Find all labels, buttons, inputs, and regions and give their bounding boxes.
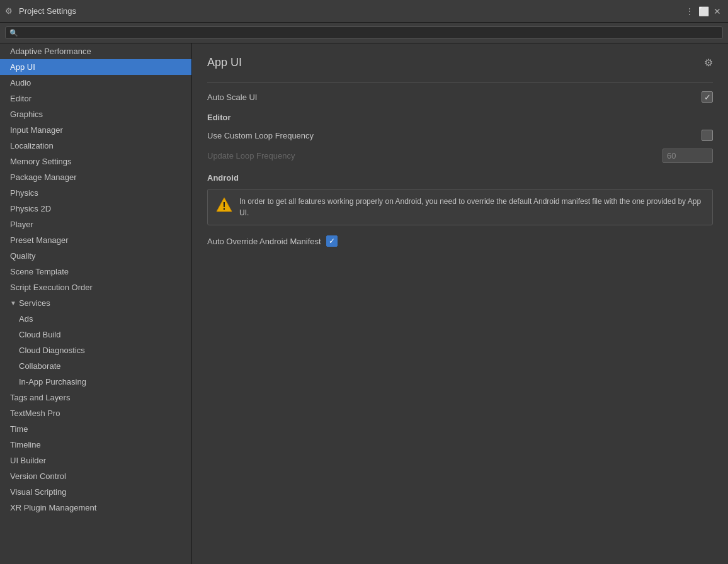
sidebar-item-label: Version Control <box>10 471 66 481</box>
sidebar-item-app-ui[interactable]: App UI <box>0 59 191 75</box>
menu-button[interactable]: ⋮ <box>684 6 695 17</box>
content-title: App UI <box>207 56 242 69</box>
sidebar-item-scene-template[interactable]: Scene Template <box>0 264 191 279</box>
sidebar-item-label: Adaptive Performance <box>10 47 91 56</box>
sidebar-item-ads[interactable]: Ads <box>0 311 191 327</box>
use-custom-loop-row: Use Custom Loop Frequency <box>207 126 713 145</box>
auto-override-checkbox[interactable] <box>326 235 338 247</box>
sidebar-item-label: Scene Template <box>10 267 69 276</box>
auto-override-label: Auto Override Android Manifest <box>207 237 321 246</box>
sidebar-item-label: Memory Settings <box>10 157 72 166</box>
title-bar-left: ⚙ Project Settings <box>5 6 76 16</box>
restore-button[interactable]: ⬜ <box>698 6 709 17</box>
update-loop-row: Update Loop Frequency <box>207 145 713 167</box>
sidebar-item-version-control[interactable]: Version Control <box>0 468 191 484</box>
title-bar-controls: ⋮ ⬜ ✕ <box>684 6 723 17</box>
sidebar-item-ui-builder[interactable]: UI Builder <box>0 453 191 468</box>
sidebar-item-cloud-build[interactable]: Cloud Build <box>0 327 191 342</box>
sidebar-item-services[interactable]: ▼Services <box>0 295 191 311</box>
use-custom-loop-label: Use Custom Loop Frequency <box>207 131 694 140</box>
close-button[interactable]: ✕ <box>712 6 723 17</box>
title-bar-title: Project Settings <box>19 6 76 16</box>
sidebar-item-adaptive-performance[interactable]: Adaptive Performance <box>0 43 191 59</box>
sidebar-item-player[interactable]: Player <box>0 217 191 232</box>
sidebar-item-time[interactable]: Time <box>0 421 191 437</box>
android-section-heading: Android <box>207 173 713 183</box>
sidebar-item-xr-plugin-management[interactable]: XR Plugin Management <box>0 500 191 516</box>
content-area: App UI ⚙ Auto Scale UI Editor Use Custom… <box>192 43 728 564</box>
sidebar-item-visual-scripting[interactable]: Visual Scripting <box>0 484 191 500</box>
sidebar-item-audio[interactable]: Audio <box>0 75 191 91</box>
triangle-icon: ▼ <box>10 300 16 307</box>
divider-1 <box>207 82 713 82</box>
sidebar-item-in-app-purchasing[interactable]: In-App Purchasing <box>0 374 191 390</box>
sidebar-item-label: Services <box>19 298 50 308</box>
sidebar-item-label: Visual Scripting <box>10 487 66 497</box>
sidebar-item-collaborate[interactable]: Collaborate <box>0 358 191 374</box>
sidebar-item-tags-and-layers[interactable]: Tags and Layers <box>0 390 191 405</box>
search-input[interactable] <box>21 28 719 37</box>
search-icon: 🔍 <box>9 29 18 37</box>
sidebar-item-label: Input Manager <box>10 125 63 135</box>
sidebar-item-label: Tags and Layers <box>10 393 70 402</box>
sidebar-item-label: Script Execution Order <box>10 283 93 292</box>
sidebar-item-label: Audio <box>10 78 31 87</box>
search-input-wrap: 🔍 <box>5 26 723 39</box>
settings-gear-button[interactable]: ⚙ <box>704 57 713 69</box>
auto-scale-ui-row: Auto Scale UI <box>207 87 713 106</box>
title-bar: ⚙ Project Settings ⋮ ⬜ ✕ <box>0 0 728 23</box>
sidebar-item-label: Graphics <box>10 110 43 119</box>
content-header: App UI ⚙ <box>207 56 713 69</box>
sidebar-item-preset-manager[interactable]: Preset Manager <box>0 232 191 248</box>
main-layout: Adaptive PerformanceApp UIAudioEditorGra… <box>0 43 728 564</box>
sidebar-item-timeline[interactable]: Timeline <box>0 437 191 453</box>
sidebar-item-label: Cloud Build <box>19 330 61 339</box>
sidebar-item-label: TextMesh Pro <box>10 409 60 418</box>
sidebar-item-textmesh-pro[interactable]: TextMesh Pro <box>0 405 191 421</box>
sidebar-item-quality[interactable]: Quality <box>0 248 191 264</box>
sidebar-item-script-execution-order[interactable]: Script Execution Order <box>0 279 191 295</box>
sidebar-item-label: Cloud Diagnostics <box>19 346 85 355</box>
sidebar-item-label: Physics 2D <box>10 204 51 213</box>
sidebar-item-label: App UI <box>10 62 35 72</box>
sidebar-item-physics-2d[interactable]: Physics 2D <box>0 201 191 217</box>
search-bar: 🔍 <box>0 23 728 43</box>
android-warning-text: In order to get all features working pro… <box>239 196 705 218</box>
editor-section-heading: Editor <box>207 113 713 122</box>
sidebar-item-input-manager[interactable]: Input Manager <box>0 122 191 138</box>
gear-icon: ⚙ <box>5 6 15 16</box>
warning-triangle-icon: ! <box>215 196 233 213</box>
sidebar-item-editor[interactable]: Editor <box>0 91 191 106</box>
sidebar-item-label: Timeline <box>10 440 41 449</box>
android-warning-box: ! In order to get all features working p… <box>207 189 713 225</box>
sidebar-item-label: Localization <box>10 141 54 150</box>
sidebar-item-label: In-App Purchasing <box>19 377 86 386</box>
sidebar-item-memory-settings[interactable]: Memory Settings <box>0 154 191 169</box>
auto-scale-ui-checkbox[interactable] <box>702 91 713 103</box>
sidebar-item-label: Collaborate <box>19 361 61 371</box>
sidebar-item-physics[interactable]: Physics <box>0 185 191 201</box>
sidebar-item-label: Physics <box>10 188 38 198</box>
sidebar-item-label: Time <box>10 424 28 434</box>
sidebar-item-label: Player <box>10 220 33 229</box>
sidebar-item-label: UI Builder <box>10 456 46 465</box>
svg-text:!: ! <box>222 201 225 212</box>
sidebar-item-label: XR Plugin Management <box>10 503 96 512</box>
sidebar-item-cloud-diagnostics[interactable]: Cloud Diagnostics <box>0 342 191 358</box>
auto-scale-ui-label: Auto Scale UI <box>207 93 694 102</box>
update-loop-label: Update Loop Frequency <box>207 151 655 161</box>
sidebar-item-label: Ads <box>19 314 33 324</box>
sidebar-item-label: Preset Manager <box>10 235 69 245</box>
sidebar-item-label: Quality <box>10 251 35 261</box>
use-custom-loop-checkbox[interactable] <box>702 130 713 141</box>
sidebar-item-package-manager[interactable]: Package Manager <box>0 169 191 185</box>
auto-override-row: Auto Override Android Manifest <box>207 232 713 251</box>
sidebar-item-localization[interactable]: Localization <box>0 138 191 154</box>
sidebar-item-graphics[interactable]: Graphics <box>0 106 191 122</box>
sidebar-item-label: Editor <box>10 94 31 103</box>
update-loop-input[interactable] <box>663 149 713 163</box>
sidebar-item-label: Package Manager <box>10 172 77 182</box>
sidebar: Adaptive PerformanceApp UIAudioEditorGra… <box>0 43 192 564</box>
